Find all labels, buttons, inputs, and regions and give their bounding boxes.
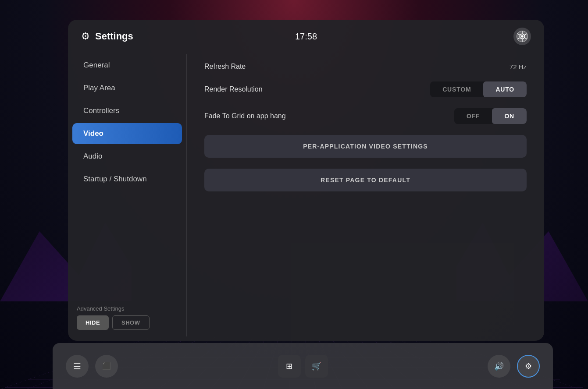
- sidebar-item-controllers[interactable]: Controllers: [72, 100, 182, 121]
- header: ⚙ Settings 17:58: [68, 20, 544, 50]
- render-resolution-label: Render Resolution: [204, 85, 263, 93]
- menu-button[interactable]: ☰: [66, 355, 89, 378]
- adv-buttons: HIDE SHOW: [77, 315, 178, 330]
- fade-to-grid-row: Fade To Grid on app hang OFF ON: [204, 108, 527, 124]
- window-icon: ⬛: [102, 362, 111, 370]
- page-title: Settings: [95, 31, 133, 42]
- fade-to-grid-on[interactable]: ON: [492, 108, 527, 124]
- fade-to-grid-label: Fade To Grid on app hang: [204, 112, 286, 120]
- sidebar-item-general[interactable]: General: [72, 55, 182, 76]
- window-button[interactable]: ⬛: [95, 355, 118, 378]
- settings-panel: ⚙ Settings 17:58: [68, 20, 544, 341]
- main-content: Refresh Rate 72 Hz Render Resolution CUS…: [187, 50, 544, 341]
- nav-items: General Play Area Controllers Video Audi…: [68, 54, 186, 191]
- refresh-rate-row: Refresh Rate 72 Hz: [204, 63, 527, 71]
- store-icon: 🛒: [312, 361, 321, 371]
- render-resolution-auto[interactable]: AUTO: [483, 81, 527, 97]
- clock-display: 17:58: [295, 32, 317, 42]
- per-app-video-settings-button[interactable]: PER-APPLICATION VIDEO SETTINGS: [204, 135, 527, 158]
- store-button[interactable]: 🛒: [305, 355, 328, 378]
- sidebar-item-audio[interactable]: Audio: [72, 146, 182, 167]
- advanced-settings-label: Advanced Settings: [77, 305, 178, 312]
- header-title-area: ⚙ Settings: [81, 31, 133, 42]
- render-resolution-row: Render Resolution CUSTOM AUTO: [204, 81, 527, 97]
- show-button[interactable]: SHOW: [112, 315, 149, 330]
- sidebar-item-play-area[interactable]: Play Area: [72, 78, 182, 99]
- steam-button[interactable]: [513, 28, 531, 45]
- taskbar-left: ☰ ⬛: [66, 355, 118, 378]
- advanced-settings: Advanced Settings HIDE SHOW: [68, 301, 186, 336]
- volume-button[interactable]: 🔊: [488, 355, 510, 378]
- taskbar-settings-button[interactable]: ⚙: [517, 355, 540, 378]
- refresh-rate-value: 72 Hz: [510, 63, 527, 71]
- content-area: General Play Area Controllers Video Audi…: [68, 50, 544, 341]
- sidebar-item-startup-shutdown[interactable]: Startup / Shutdown: [72, 169, 182, 190]
- taskbar-settings-icon: ⚙: [525, 361, 532, 371]
- steam-icon: [516, 30, 528, 42]
- settings-gear-icon: ⚙: [81, 31, 90, 42]
- fade-to-grid-toggle: OFF ON: [454, 108, 527, 124]
- fade-to-grid-off[interactable]: OFF: [454, 108, 492, 124]
- render-resolution-toggle: CUSTOM AUTO: [430, 81, 527, 97]
- reset-page-button[interactable]: RESET PAGE TO DEFAULT: [204, 169, 527, 191]
- taskbar-center: ⊞ 🛒: [278, 355, 328, 378]
- svg-point-2: [521, 35, 524, 38]
- settings-panel-wrapper: ⚙ Settings 17:58: [68, 20, 544, 341]
- volume-icon: 🔊: [494, 361, 504, 371]
- sidebar-item-video[interactable]: Video: [72, 123, 182, 144]
- library-button[interactable]: ⊞: [278, 355, 301, 378]
- menu-icon: ☰: [73, 361, 81, 371]
- taskbar: ☰ ⬛ ⊞ 🛒 🔊 ⚙: [53, 343, 553, 389]
- refresh-rate-label: Refresh Rate: [204, 63, 246, 71]
- sidebar: General Play Area Controllers Video Audi…: [68, 50, 186, 341]
- hide-button[interactable]: HIDE: [77, 315, 109, 330]
- taskbar-right: 🔊 ⚙: [488, 355, 540, 378]
- render-resolution-custom[interactable]: CUSTOM: [430, 81, 483, 97]
- library-icon: ⊞: [286, 361, 292, 371]
